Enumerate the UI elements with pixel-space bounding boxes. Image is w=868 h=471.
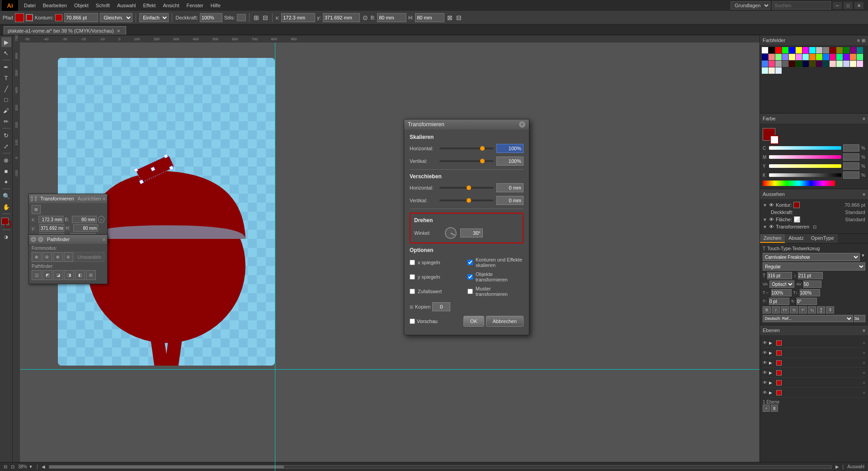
abbrechen-button[interactable]: Abbrechen: [486, 316, 524, 327]
color-swatch[interactable]: [836, 61, 843, 67]
aussehen-expand-3[interactable]: ▼: [763, 224, 767, 229]
color-swatch[interactable]: [802, 47, 809, 53]
color-swatch[interactable]: [816, 47, 822, 53]
farbe-c-slider[interactable]: [769, 146, 841, 150]
sp-h-input[interactable]: [73, 224, 98, 232]
farbe-header[interactable]: Farbe ≡: [760, 114, 868, 124]
scroll-right-btn[interactable]: ▶: [835, 464, 839, 469]
vscale-input[interactable]: [800, 289, 820, 296]
color-swatch[interactable]: [762, 61, 768, 67]
ebene-add-btn[interactable]: +: [763, 404, 770, 412]
scrollbar-thumb-h[interactable]: [49, 466, 284, 468]
transform-ref-icon[interactable]: ⊞: [32, 205, 41, 214]
color-swatch[interactable]: [775, 61, 782, 67]
small-transform-titlebar[interactable]: × − Transformieren Ausrichten ≡: [29, 194, 107, 203]
tab-zeichen[interactable]: Zeichen: [760, 234, 785, 243]
color-swatch[interactable]: [857, 54, 863, 60]
color-swatch[interactable]: [830, 47, 836, 53]
konturn-swatch[interactable]: [55, 14, 62, 21]
farbe-y-slider[interactable]: [769, 164, 841, 168]
ebene-circle[interactable]: ○: [863, 340, 865, 345]
ebene-arrow[interactable]: ▶: [769, 361, 774, 365]
y-spiegeln-checkbox[interactable]: [410, 274, 415, 280]
sp-x-input[interactable]: [38, 216, 63, 223]
all-caps-btn[interactable]: TT: [781, 306, 789, 314]
sub-btn[interactable]: T₁: [808, 306, 816, 314]
aussehen-eye-1[interactable]: 👁: [769, 202, 774, 208]
pf-intersect[interactable]: ⊗: [53, 252, 63, 262]
y-input[interactable]: [323, 13, 360, 22]
spectrum-bar[interactable]: [763, 181, 835, 186]
color-swatch[interactable]: [836, 54, 843, 60]
color-swatch[interactable]: [789, 54, 795, 60]
farbe-stroke-swatch[interactable]: [770, 135, 779, 144]
stroke-swatch[interactable]: [26, 14, 33, 21]
verschieben-h-thumb[interactable]: [467, 186, 471, 190]
aussehen-expand-1[interactable]: ▼: [763, 203, 767, 208]
bold-btn[interactable]: B: [763, 306, 771, 314]
tool-color-mode[interactable]: ◑: [1, 232, 11, 242]
b-input[interactable]: [377, 13, 406, 22]
tab-absatz[interactable]: Absatz: [785, 234, 807, 243]
pf-minus-front[interactable]: ⊖: [42, 252, 52, 262]
horizontal-slider[interactable]: [439, 147, 494, 149]
konturen-checkbox[interactable]: [467, 260, 473, 265]
ebene-delete-btn[interactable]: 🗑: [771, 404, 778, 412]
color-swatch[interactable]: [830, 61, 836, 67]
font-select[interactable]: Carnivalee Freakshow: [763, 253, 860, 261]
scroll-left-btn[interactable]: ◀: [42, 464, 45, 469]
hscale-input[interactable]: [771, 289, 792, 296]
color-swatch[interactable]: [782, 47, 788, 53]
aussehen-eye-3[interactable]: 👁: [769, 224, 774, 229]
x-spiegeln-checkbox[interactable]: [410, 260, 415, 265]
color-swatch[interactable]: [782, 61, 788, 67]
zufallswert-checkbox[interactable]: [410, 289, 415, 294]
small-panel-minimize[interactable]: −: [35, 196, 37, 201]
small-ausrichten-tab[interactable]: Ausrichten: [78, 196, 101, 201]
color-swatch[interactable]: [789, 47, 795, 53]
menu-objekt[interactable]: Objekt: [71, 2, 92, 9]
aussehen-header[interactable]: Aussehen ≡: [760, 189, 868, 199]
dialog-titlebar[interactable]: Transformieren ×: [404, 119, 529, 129]
color-swatch[interactable]: [769, 54, 775, 60]
underline-btn[interactable]: T̲: [817, 306, 825, 314]
aussehen-expand-2[interactable]: ▼: [763, 217, 767, 222]
color-swatch[interactable]: [843, 47, 849, 53]
tab-opentype[interactable]: OpenType: [807, 234, 838, 243]
pathfinder-titlebar[interactable]: × − Pathfinder ≡: [29, 235, 107, 244]
menu-fenster[interactable]: Fenster: [183, 2, 206, 9]
ebene-item[interactable]: 👁 ▶ ○: [763, 388, 865, 398]
farbe-c-input[interactable]: [843, 144, 859, 152]
ebene-arrow[interactable]: ▶: [769, 341, 774, 345]
menu-schrift[interactable]: Schrift: [93, 2, 113, 9]
tool-pen[interactable]: ✒: [1, 62, 11, 72]
italic-btn[interactable]: I: [772, 306, 780, 314]
ebenen-header[interactable]: Ebenen ≡: [760, 325, 868, 335]
rotation-input[interactable]: [797, 298, 817, 305]
farbe-fill-stroke[interactable]: [763, 128, 779, 144]
tool-select[interactable]: ▶: [1, 37, 11, 47]
color-swatch[interactable]: [802, 61, 809, 67]
ebene-arrow[interactable]: ▶: [769, 381, 774, 385]
font-size-input[interactable]: [767, 272, 792, 279]
ebene-eye[interactable]: 👁: [763, 350, 767, 355]
color-swatch[interactable]: [775, 67, 782, 74]
canvas-area[interactable]: -50 -40 -30 -20 -10 0 100 200 300 400 50…: [13, 35, 760, 471]
pathfinder-close[interactable]: ×: [31, 237, 36, 242]
tool-rotate[interactable]: ↻: [1, 130, 11, 140]
color-swatch[interactable]: [782, 54, 788, 60]
tool-direct-select[interactable]: ↖: [1, 48, 11, 58]
pf-merge[interactable]: ◪: [53, 270, 63, 280]
ebene-arrow[interactable]: ▶: [769, 351, 774, 355]
tool-pencil[interactable]: ✏: [1, 116, 11, 126]
farbfelder-options[interactable]: ≡: [857, 38, 860, 43]
tool-hand[interactable]: ✋: [1, 202, 11, 212]
aussehen-flaeche-swatch[interactable]: [794, 216, 800, 223]
search-input[interactable]: [772, 1, 831, 10]
color-swatch[interactable]: [762, 47, 768, 53]
muster-checkbox[interactable]: [467, 289, 473, 294]
color-swatch[interactable]: [809, 47, 816, 53]
farbe-m-slider[interactable]: [769, 155, 841, 159]
x-input[interactable]: [281, 13, 315, 22]
color-swatch[interactable]: [857, 61, 863, 67]
